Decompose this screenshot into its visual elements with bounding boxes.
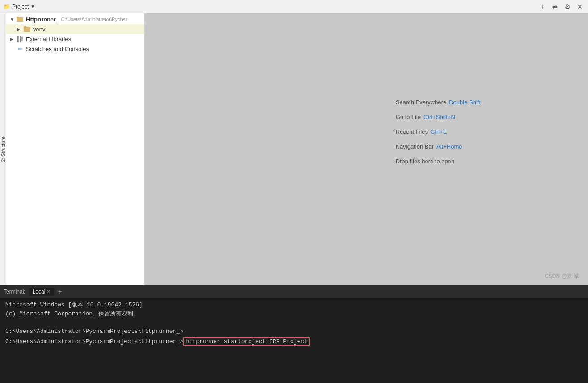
tree-arrow-httprunner: ▼ bbox=[10, 17, 16, 22]
add-module-icon[interactable]: + bbox=[538, 3, 547, 10]
project-tree: ▼ Httprunner_ C:\Users\Administrator\Pyc… bbox=[6, 13, 144, 285]
recent-files-label: Recent Files bbox=[396, 128, 428, 135]
tree-arrow-venv: ▶ bbox=[17, 27, 23, 32]
venv-label: venv bbox=[33, 26, 45, 33]
terminal-tab-close-icon[interactable]: ✕ bbox=[47, 289, 51, 294]
hint-search-everywhere: Search Everywhere Double Shift bbox=[396, 98, 481, 105]
terminal-tab-local[interactable]: Local ✕ bbox=[29, 288, 55, 296]
navigation-bar-label: Navigation Bar bbox=[396, 143, 434, 149]
hint-navigation-bar: Navigation Bar Alt+Home bbox=[396, 143, 481, 149]
scratches-label: Scratches and Consoles bbox=[26, 46, 89, 52]
terminal-command-text[interactable]: httprunner startproject ERP_Project bbox=[183, 337, 310, 346]
structure-tab[interactable]: 2: Structure bbox=[0, 13, 6, 285]
watermark: CSDN @嘉 诚 bbox=[545, 272, 579, 280]
structure-tab-label: 2: Structure bbox=[0, 136, 6, 162]
editor-hints: Search Everywhere Double Shift Go to Fil… bbox=[396, 98, 481, 172]
svg-rect-5 bbox=[18, 36, 19, 42]
close-panel-icon[interactable]: ✕ bbox=[575, 3, 584, 10]
tree-item-scratches[interactable]: ▶ ✏ Scratches and Consoles bbox=[6, 44, 144, 54]
terminal-line-4: C:\Users\Administrator\PycharmProjects\H… bbox=[5, 327, 583, 336]
main-area: 2: Structure ▼ Httprunner_ C:\Users\Admi… bbox=[0, 13, 588, 285]
tree-item-venv[interactable]: ▶ venv bbox=[6, 24, 144, 34]
svg-rect-3 bbox=[24, 26, 26, 28]
svg-rect-6 bbox=[20, 36, 21, 42]
editor-area: Search Everywhere Double Shift Go to Fil… bbox=[145, 13, 588, 285]
terminal-tab-local-label: Local bbox=[33, 289, 46, 295]
terminal-label: Terminal: bbox=[4, 289, 25, 295]
terminal-content[interactable]: Microsoft Windows [版本 10.0.19042.1526] (… bbox=[0, 298, 588, 383]
svg-rect-2 bbox=[24, 27, 30, 32]
svg-rect-7 bbox=[21, 37, 23, 41]
svg-rect-4 bbox=[17, 36, 18, 42]
tree-item-external-libraries[interactable]: ▶ External Libraries bbox=[6, 34, 144, 44]
httprunner-label: Httprunner_ bbox=[26, 16, 59, 23]
go-to-file-label: Go to File bbox=[396, 113, 421, 120]
folder-icon: 📁 bbox=[4, 4, 10, 10]
svg-rect-0 bbox=[17, 17, 23, 22]
watermark-text: CSDN @嘉 诚 bbox=[545, 273, 579, 279]
title-bar-icons: + ⇌ ⚙ ✕ bbox=[538, 3, 584, 10]
settings-icon[interactable]: ⚙ bbox=[563, 3, 572, 10]
recent-files-shortcut[interactable]: Ctrl+E bbox=[431, 128, 447, 135]
title-bar: 📁 Project ▼ + ⇌ ⚙ ✕ bbox=[0, 0, 588, 13]
hint-go-to-file: Go to File Ctrl+Shift+N bbox=[396, 113, 481, 120]
venv-folder-icon bbox=[23, 25, 31, 33]
tree-item-httprunner[interactable]: ▼ Httprunner_ C:\Users\Administrator\Pyc… bbox=[6, 14, 144, 24]
svg-rect-1 bbox=[17, 17, 19, 18]
terminal-line-3 bbox=[5, 318, 583, 327]
project-panel: ▼ Httprunner_ C:\Users\Administrator\Pyc… bbox=[6, 13, 145, 285]
search-everywhere-shortcut[interactable]: Double Shift bbox=[449, 98, 481, 105]
project-label[interactable]: 📁 Project ▼ bbox=[4, 4, 35, 10]
library-icon bbox=[16, 35, 24, 43]
search-everywhere-label: Search Everywhere bbox=[396, 98, 446, 105]
scratch-icon: ✏ bbox=[16, 45, 24, 53]
hint-drop-files: Drop files here to open bbox=[396, 157, 481, 164]
terminal-tabs: Terminal: Local ✕ + bbox=[0, 285, 588, 298]
folder-open-icon bbox=[16, 15, 24, 23]
terminal-area: Terminal: Local ✕ + Microsoft Windows [版… bbox=[0, 285, 588, 383]
hint-recent-files: Recent Files Ctrl+E bbox=[396, 128, 481, 135]
go-to-file-shortcut[interactable]: Ctrl+Shift+N bbox=[423, 113, 455, 120]
terminal-add-tab-icon[interactable]: + bbox=[56, 288, 63, 296]
terminal-command-line: C:\Users\Administrator\PycharmProjects\H… bbox=[5, 337, 583, 346]
dropdown-arrow-icon: ▼ bbox=[30, 4, 35, 9]
split-icon[interactable]: ⇌ bbox=[550, 3, 559, 10]
terminal-prompt: C:\Users\Administrator\PycharmProjects\H… bbox=[5, 338, 183, 345]
navigation-bar-shortcut[interactable]: Alt+Home bbox=[436, 143, 462, 149]
tree-arrow-ext: ▶ bbox=[10, 37, 16, 42]
terminal-line-1: Microsoft Windows [版本 10.0.19042.1526] bbox=[5, 301, 583, 310]
terminal-line-2: (c) Microsoft Corporation。保留所有权利。 bbox=[5, 310, 583, 319]
drop-files-label: Drop files here to open bbox=[396, 157, 455, 164]
httprunner-path: C:\Users\Administrator\Pychar bbox=[61, 17, 127, 22]
external-libraries-label: External Libraries bbox=[26, 36, 71, 43]
